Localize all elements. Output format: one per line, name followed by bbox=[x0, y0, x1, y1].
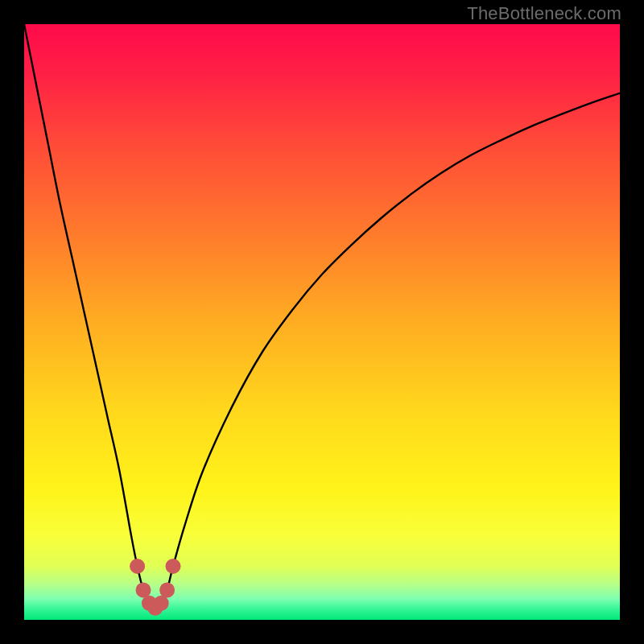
curve-path bbox=[24, 24, 620, 608]
curve-marker bbox=[166, 559, 181, 574]
curve-marker bbox=[130, 559, 145, 574]
curve-marker bbox=[154, 596, 169, 611]
curve-marker bbox=[136, 583, 151, 598]
chart-area bbox=[24, 24, 620, 620]
curve-minimum-markers bbox=[130, 559, 180, 616]
bottleneck-curve bbox=[24, 24, 620, 620]
watermark-text: TheBottleneck.com bbox=[467, 3, 621, 24]
curve-marker bbox=[159, 583, 175, 598]
